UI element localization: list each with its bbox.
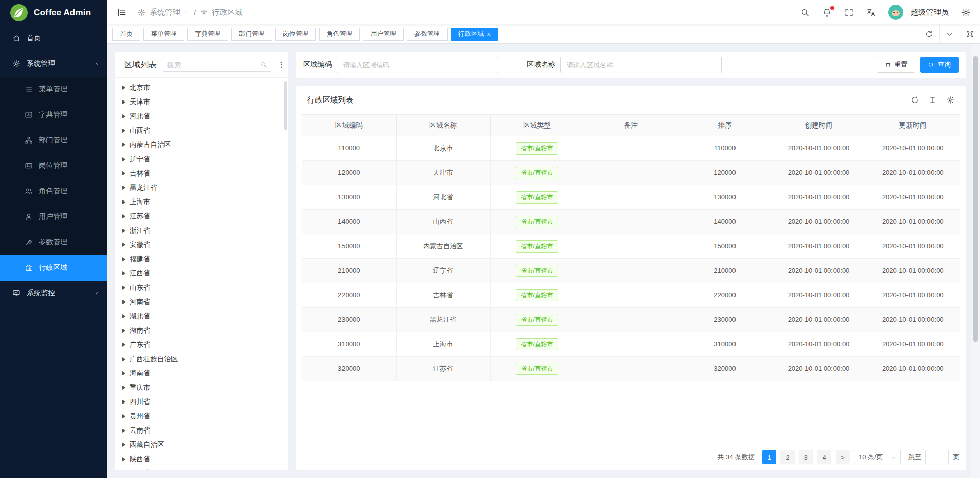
tab-参数管理[interactable]: 参数管理: [407, 28, 448, 41]
notification-bell-icon[interactable]: [822, 8, 832, 17]
table-row[interactable]: 320000 江苏省 省市/直辖市 320000 2020-10-01 00:0…: [302, 357, 960, 381]
refresh-tab-button[interactable]: [919, 24, 939, 43]
caret-right-icon[interactable]: [122, 143, 125, 147]
tree-item-广东省[interactable]: 广东省: [115, 338, 288, 352]
caret-right-icon[interactable]: [122, 257, 125, 261]
table-row[interactable]: 120000 天津市 省市/直辖市 120000 2020-10-01 00:0…: [302, 161, 960, 185]
tab-行政区域[interactable]: 行政区域x: [451, 28, 498, 41]
caret-right-icon[interactable]: [122, 457, 125, 461]
jump-page-input[interactable]: [925, 450, 949, 464]
tree-item-四川省[interactable]: 四川省: [115, 395, 288, 409]
column-height-icon[interactable]: [928, 96, 937, 104]
caret-right-icon[interactable]: [122, 357, 125, 361]
user-avatar[interactable]: [888, 5, 903, 20]
tree-item-吉林省[interactable]: 吉林省: [115, 166, 288, 181]
tree-item-山东省[interactable]: 山东省: [115, 281, 288, 295]
tree-item-北京市[interactable]: 北京市: [115, 81, 288, 95]
table-row[interactable]: 140000 山西省 省市/直辖市 140000 2020-10-01 00:0…: [302, 210, 960, 234]
caret-right-icon[interactable]: [122, 157, 125, 161]
tree-item-江苏省[interactable]: 江苏省: [115, 209, 288, 223]
sidebar-item-行政区域[interactable]: 行政区域: [0, 255, 107, 281]
next-page-button[interactable]: >: [836, 450, 850, 464]
tree-item-内蒙古自治区[interactable]: 内蒙古自治区: [115, 138, 288, 152]
menu-fold-icon[interactable]: [116, 7, 127, 17]
sidebar-item-系统监控[interactable]: 系统监控: [0, 281, 107, 306]
search-button[interactable]: 查询: [920, 57, 959, 73]
sidebar-item-菜单管理[interactable]: 菜单管理: [0, 77, 107, 102]
tree-item-浙江省[interactable]: 浙江省: [115, 223, 288, 238]
caret-right-icon[interactable]: [122, 429, 125, 433]
caret-right-icon[interactable]: [122, 414, 125, 418]
tree-item-西藏自治区[interactable]: 西藏自治区: [115, 438, 288, 452]
caret-right-icon[interactable]: [122, 371, 125, 375]
tree-item-江西省[interactable]: 江西省: [115, 266, 288, 281]
kebab-menu-icon[interactable]: [277, 60, 285, 69]
sidebar-item-字典管理[interactable]: 字典管理: [0, 102, 107, 128]
tree-item-河南省[interactable]: 河南省: [115, 295, 288, 309]
tree-item-甘肃省[interactable]: 甘肃省: [115, 466, 288, 470]
sidebar-item-系统管理[interactable]: 系统管理: [0, 51, 107, 77]
tree-item-辽宁省[interactable]: 辽宁省: [115, 152, 288, 166]
tab-menu-button[interactable]: [939, 24, 960, 43]
caret-right-icon[interactable]: [122, 286, 125, 290]
tree-item-贵州省[interactable]: 贵州省: [115, 409, 288, 423]
tab-菜单管理[interactable]: 菜单管理: [143, 28, 184, 41]
tab-字典管理[interactable]: 字典管理: [187, 28, 228, 41]
settings-gear-icon[interactable]: [961, 8, 971, 17]
sidebar-item-参数管理[interactable]: 参数管理: [0, 230, 107, 255]
tree-item-黑龙江省[interactable]: 黑龙江省: [115, 181, 288, 195]
breadcrumb-section[interactable]: 系统管理: [150, 8, 180, 17]
tree-item-湖北省[interactable]: 湖北省: [115, 309, 288, 323]
refresh-icon[interactable]: [911, 96, 919, 104]
sidebar-item-用户管理[interactable]: 用户管理: [0, 204, 107, 230]
table-row[interactable]: 210000 辽宁省 省市/直辖市 210000 2020-10-01 00:0…: [302, 259, 960, 283]
tree-item-重庆市[interactable]: 重庆市: [115, 381, 288, 395]
caret-right-icon[interactable]: [122, 171, 125, 175]
page-button-1[interactable]: 1: [762, 450, 776, 464]
sidebar-item-角色管理[interactable]: 角色管理: [0, 179, 107, 204]
table-row[interactable]: 310000 上海市 省市/直辖市 310000 2020-10-01 00:0…: [302, 332, 960, 357]
caret-right-icon[interactable]: [122, 386, 125, 390]
table-settings-gear-icon[interactable]: [946, 96, 954, 104]
page-button-3[interactable]: 3: [799, 450, 813, 464]
app-logo[interactable]: Coffee Admin: [0, 0, 107, 26]
tree-item-湖南省[interactable]: 湖南省: [115, 323, 288, 338]
caret-right-icon[interactable]: [122, 243, 125, 247]
caret-right-icon[interactable]: [122, 229, 125, 233]
caret-right-icon[interactable]: [122, 100, 125, 104]
caret-right-icon[interactable]: [122, 314, 125, 318]
sidebar-item-部门管理[interactable]: 部门管理: [0, 128, 107, 153]
caret-right-icon[interactable]: [122, 329, 125, 333]
reset-button[interactable]: 重置: [877, 57, 915, 73]
table-row[interactable]: 150000 内蒙古自治区 省市/直辖市 150000 2020-10-01 0…: [302, 234, 960, 259]
tab-岗位管理[interactable]: 岗位管理: [275, 28, 316, 41]
caret-right-icon[interactable]: [122, 300, 125, 304]
tree-item-陕西省[interactable]: 陕西省: [115, 452, 288, 466]
table-row[interactable]: 220000 吉林省 省市/直辖市 220000 2020-10-01 00:0…: [302, 283, 960, 308]
caret-right-icon[interactable]: [122, 343, 125, 347]
caret-right-icon[interactable]: [122, 271, 125, 275]
tab-首页[interactable]: 首页: [112, 28, 140, 41]
translate-icon[interactable]: [866, 8, 876, 17]
caret-right-icon[interactable]: [122, 214, 125, 218]
tab-部门管理[interactable]: 部门管理: [231, 28, 272, 41]
content-fullscreen-button[interactable]: [960, 24, 980, 43]
caret-right-icon[interactable]: [122, 114, 125, 118]
tree-item-安徽省[interactable]: 安徽省: [115, 238, 288, 252]
tree-item-天津市[interactable]: 天津市: [115, 95, 288, 109]
window-scrollbar-thumb[interactable]: [973, 56, 978, 342]
caret-right-icon[interactable]: [122, 129, 125, 133]
caret-right-icon[interactable]: [122, 400, 125, 404]
table-row[interactable]: 230000 黑龙江省 省市/直辖市 230000 2020-10-01 00:…: [302, 308, 960, 332]
search-icon[interactable]: [260, 61, 267, 68]
page-button-2[interactable]: 2: [780, 450, 795, 464]
caret-right-icon[interactable]: [122, 200, 125, 204]
tree-search-input[interactable]: [167, 61, 257, 69]
tree-item-山西省[interactable]: 山西省: [115, 123, 288, 138]
tree-item-上海市[interactable]: 上海市: [115, 195, 288, 209]
tree-item-海南省[interactable]: 海南省: [115, 366, 288, 381]
caret-right-icon[interactable]: [122, 86, 125, 90]
page-button-4[interactable]: 4: [817, 450, 831, 464]
sidebar-item-岗位管理[interactable]: 岗位管理: [0, 153, 107, 179]
tree-item-广西壮族自治区[interactable]: 广西壮族自治区: [115, 352, 288, 366]
